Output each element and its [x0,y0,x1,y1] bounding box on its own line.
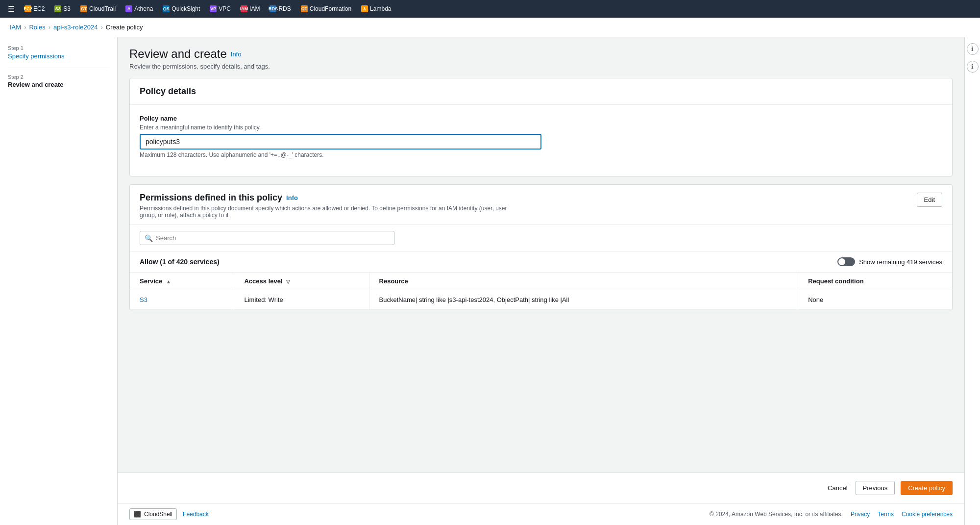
search-icon: 🔍 [145,234,153,242]
col-access-level-label: Access level [244,277,282,285]
top-navigation: ☰ EC2 EC2 S3 S3 CT CloudTrail A Athena Q… [0,0,980,18]
nav-item-athena[interactable]: A Athena [122,3,157,14]
nav-item-quicksight[interactable]: QS QuickSight [159,3,204,14]
breadcrumb-current: Create policy [106,24,143,31]
step-2-label: Step 2 [8,74,109,80]
right-icon-bell[interactable]: ℹ [967,43,979,55]
permissions-title-row: Permissions defined in this policy Info [140,193,512,203]
permissions-title-area: Permissions defined in this policy Info … [140,193,512,219]
nav-item-rds[interactable]: RDS RDS [266,3,294,14]
search-input[interactable] [140,231,394,245]
cell-service: S3 [130,290,234,310]
feedback-link[interactable]: Feedback [183,511,209,518]
footer-cookie-link[interactable]: Cookie preferences [902,511,953,518]
policy-name-hint: Enter a meaningful name to identify this… [140,124,942,131]
breadcrumb-sep-2: › [49,24,50,31]
previous-button[interactable]: Previous [856,481,895,495]
step-1-name[interactable]: Specify permissions [8,52,65,60]
breadcrumb-sep-3: › [100,24,102,31]
policy-name-input[interactable] [140,134,541,150]
create-policy-button[interactable]: Create policy [901,481,953,495]
col-access-level[interactable]: Access level ▽ [234,273,369,290]
footer-terms-link[interactable]: Terms [878,511,894,518]
sort-access-icon: ▽ [286,279,290,284]
s3-icon: S3 [54,5,61,12]
page-title-text: Review and create [129,47,227,61]
cloudshell-button[interactable]: ⬛ CloudShell [129,508,177,520]
quicksight-icon: QS [163,5,170,12]
col-service[interactable]: Service ▲ [130,273,234,290]
toggle-switch[interactable] [837,257,855,266]
request-condition-value: None [808,296,823,303]
cloudshell-label: CloudShell [144,511,172,518]
breadcrumb-iam[interactable]: IAM [10,24,21,31]
cell-request-condition: None [798,290,952,310]
col-request-condition-label: Request condition [808,277,863,285]
nav-item-s3[interactable]: S3 S3 [50,3,74,14]
permissions-table: Service ▲ Access level ▽ Resource [130,273,952,310]
right-icon-panel: ℹ ℹ [964,37,980,525]
nav-label-iam: IAM [249,5,260,12]
page-content: Review and create Info Review the permis… [118,37,964,473]
cancel-button[interactable]: Cancel [826,481,849,495]
action-bar: Cancel Previous Create policy [118,473,964,503]
toggle-row: Show remaining 419 services [837,257,942,266]
breadcrumb-sep-1: › [24,24,26,31]
edit-button[interactable]: Edit [917,193,942,207]
vpc-icon: VP [210,5,217,12]
permissions-card-header: Permissions defined in this policy Info … [130,185,952,225]
nav-item-ec2[interactable]: EC2 EC2 [21,3,49,14]
nav-label-lambda: Lambda [370,5,391,12]
toggle-label: Show remaining 419 services [859,258,942,266]
resource-value: BucketName| string like |s3-api-test2024… [379,296,569,303]
table-row: S3 Limited: Write BucketName| string lik… [130,290,952,310]
permissions-card-title: Permissions defined in this policy [140,193,282,203]
page-info-link[interactable]: Info [231,50,242,58]
content-area: Review and create Info Review the permis… [118,37,964,525]
footer-right: © 2024, Amazon Web Services, Inc. or its… [710,511,953,518]
permissions-table-body: S3 Limited: Write BucketName| string lik… [130,290,952,310]
search-bar: 🔍 [130,225,952,251]
nav-item-lambda[interactable]: λ Lambda [357,3,395,14]
toggle-knob [838,258,845,265]
col-resource-label: Resource [379,277,408,285]
right-icon-settings[interactable]: ℹ [967,61,979,73]
permissions-table-head: Service ▲ Access level ▽ Resource [130,273,952,290]
breadcrumb-bar: IAM › Roles › api-s3-role2024 › Create p… [0,18,980,37]
nav-label-s3: S3 [63,5,71,12]
table-header-row: Service ▲ Access level ▽ Resource [130,273,952,290]
policy-name-group: Policy name Enter a meaningful name to i… [140,115,942,158]
step-divider [8,68,109,68]
policy-details-card: Policy details Policy name Enter a meani… [129,78,953,176]
nav-item-iam[interactable]: IAM IAM [237,3,264,14]
nav-item-cloudformation[interactable]: CF CloudFormation [297,3,355,14]
step-2-item: Step 2 Review and create [8,74,109,88]
breadcrumb-role-name[interactable]: api-s3-role2024 [53,24,98,31]
footer-privacy-link[interactable]: Privacy [851,511,870,518]
policy-details-card-body: Policy name Enter a meaningful name to i… [130,105,952,176]
page-header: Review and create Info Review the permis… [129,47,953,70]
step-2-name: Review and create [8,81,109,88]
nav-label-cloudformation: CloudFormation [310,5,351,12]
footer: ⬛ CloudShell Feedback © 2024, Amazon Web… [118,503,964,525]
cloudformation-icon: CF [301,5,308,12]
allow-title: Allow (1 of 420 services) [140,258,220,266]
policy-name-label: Policy name [140,115,942,122]
nav-item-vpc[interactable]: VP VPC [206,3,235,14]
ec2-icon: EC2 [24,5,31,12]
breadcrumb-roles[interactable]: Roles [29,24,45,31]
cloudtrail-icon: CT [80,5,87,12]
footer-copyright: © 2024, Amazon Web Services, Inc. or its… [710,511,843,518]
nav-label-vpc: VPC [219,5,231,12]
step-1-item: Step 1 Specify permissions [8,45,109,60]
nav-label-quicksight: QuickSight [172,5,200,12]
nav-label-ec2: EC2 [33,5,45,12]
lambda-icon: λ [361,5,368,12]
nav-item-cloudtrail[interactable]: CT CloudTrail [76,3,120,14]
s3-service-link[interactable]: S3 [140,296,147,303]
hamburger-menu[interactable]: ☰ [4,2,19,16]
permissions-info-link[interactable]: Info [286,194,298,201]
page-subtitle: Review the permissions, specify details,… [129,63,953,70]
athena-icon: A [125,5,132,12]
cloudshell-icon: ⬛ [134,511,141,518]
